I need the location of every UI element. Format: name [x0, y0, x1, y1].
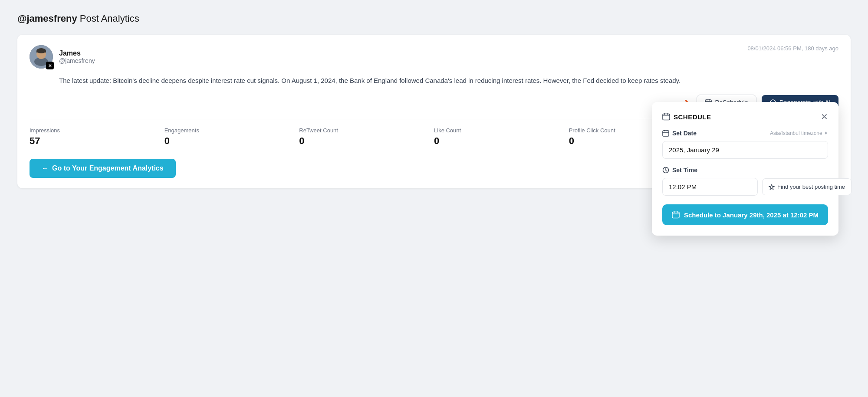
schedule-panel: SCHEDULE ✕ Set Date Asia/Istanbul timezo…: [652, 102, 838, 236]
author-handle: @jamesfreny: [59, 57, 95, 64]
set-date-section: Set Date Asia/Istanbul timezone ✦: [662, 130, 828, 137]
author-info: James @jamesfreny: [59, 49, 95, 64]
set-time-section: Set Time: [662, 167, 828, 174]
arrow-left-icon: ←: [42, 164, 49, 172]
stat-retweet: ReTweet Count 0: [299, 127, 434, 147]
author-row: ✕ James @jamesfreny: [30, 45, 95, 69]
svg-rect-6: [663, 114, 670, 120]
engagement-analytics-button[interactable]: ← Go to Your Engagement Analytics: [30, 159, 176, 178]
svg-rect-9: [672, 212, 679, 218]
post-timestamp: 08/01/2024 06:56 PM, 180 days ago: [747, 45, 838, 52]
confirm-calendar-icon: [672, 211, 680, 219]
schedule-panel-close-button[interactable]: ✕: [821, 112, 828, 121]
post-card: ✕ James @jamesfreny 08/01/2024 06:56 PM,…: [17, 35, 851, 188]
schedule-panel-header: SCHEDULE ✕: [662, 112, 828, 121]
schedule-confirm-button[interactable]: Schedule to January 29th, 2025 at 12:02 …: [662, 204, 828, 225]
stat-like: Like Count 0: [434, 127, 569, 147]
find-best-time-button[interactable]: Find your best posting time: [762, 178, 852, 195]
timezone-label: Asia/Istanbul timezone ✦: [770, 130, 828, 136]
schedule-calendar-icon: [662, 113, 670, 121]
date-input[interactable]: [662, 141, 828, 159]
time-input[interactable]: [662, 178, 758, 196]
spark-icon: [769, 184, 775, 190]
x-platform-badge: ✕: [46, 62, 54, 69]
svg-rect-4: [36, 51, 46, 52]
schedule-panel-title: SCHEDULE: [674, 113, 711, 121]
date-calendar-icon: [662, 130, 669, 137]
stat-engagements: Engagements 0: [164, 127, 299, 147]
svg-rect-7: [663, 131, 669, 136]
post-header: ✕ James @jamesfreny 08/01/2024 06:56 PM,…: [30, 45, 838, 69]
time-clock-icon: [662, 167, 669, 174]
post-content: The latest update: Bitcoin's decline dee…: [59, 75, 838, 86]
stat-impressions: Impressions 57: [30, 127, 164, 147]
page-title: @jamesfreny Post Analytics: [17, 13, 851, 24]
author-name: James: [59, 49, 95, 57]
avatar: ✕: [30, 45, 53, 69]
time-row: Find your best posting time: [662, 178, 828, 196]
